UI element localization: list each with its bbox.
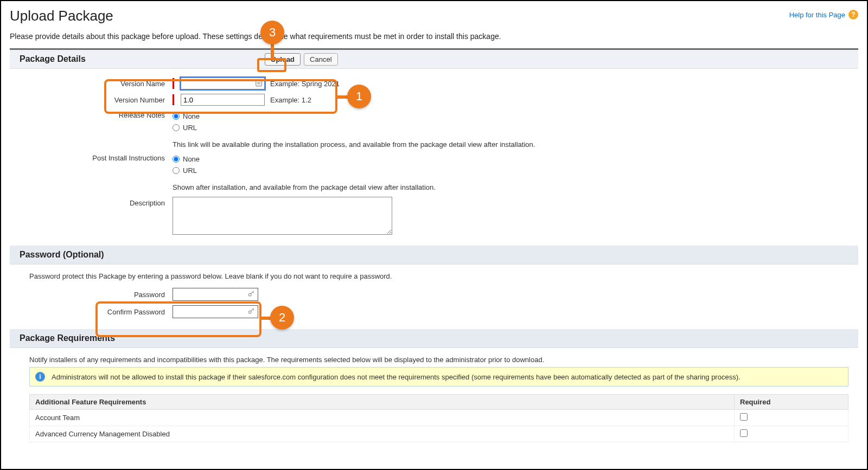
cancel-button[interactable]: Cancel <box>304 53 337 66</box>
requirements-info-banner: i Administrators will not be allowed to … <box>29 367 848 387</box>
post-install-label: Post Install Instructions <box>10 154 173 162</box>
post-install-none-label: None <box>183 155 200 163</box>
annotation-badge-2: 2 <box>270 306 294 330</box>
post-install-note: Shown after installation, and available … <box>10 178 858 194</box>
release-notes-label: Release Notes <box>10 111 173 119</box>
help-icon[interactable]: ? <box>848 10 858 20</box>
requirements-feature-cell: Account Team <box>30 410 735 426</box>
version-name-label: Version Name <box>10 80 173 88</box>
requirements-table: Additional Feature Requirements Required… <box>29 394 848 442</box>
section-password-title: Password (Optional) <box>20 250 104 259</box>
upload-button[interactable]: Upload <box>265 53 301 66</box>
release-notes-note: This link will be available during the i… <box>10 135 858 151</box>
info-icon: i <box>35 372 45 382</box>
key-icon <box>247 307 256 316</box>
confirm-password-input[interactable] <box>173 305 258 318</box>
key-icon <box>247 290 256 299</box>
required-indicator-icon <box>173 94 174 105</box>
table-row: Account Team <box>30 410 848 426</box>
password-label: Password <box>10 291 173 299</box>
section-package-details-header: Package Details Upload Cancel <box>10 50 858 69</box>
table-row: Advanced Currency Management Disabled <box>30 426 848 442</box>
post-install-url-radio[interactable] <box>173 167 180 174</box>
post-install-none-radio[interactable] <box>173 156 180 163</box>
requirements-note: Notify installers of any requirements an… <box>10 348 858 367</box>
annotation-connector-1 <box>337 95 348 99</box>
annotation-badge-1: 1 <box>347 85 371 108</box>
section-requirements-header: Package Requirements <box>10 329 858 348</box>
description-label: Description <box>10 197 173 207</box>
required-indicator-icon <box>173 78 174 89</box>
section-password-header: Password (Optional) <box>10 246 858 265</box>
page-title: Upload Package <box>10 8 858 24</box>
svg-point-3 <box>248 293 251 296</box>
annotation-connector-3 <box>271 43 274 59</box>
version-name-input[interactable] <box>181 78 265 89</box>
intro-text: Please provide details about this packag… <box>10 32 858 41</box>
password-note: Password protect this Package by enterin… <box>10 265 858 286</box>
help-for-page-link[interactable]: Help for this Page <box>789 11 845 19</box>
confirm-password-label: Confirm Password <box>10 308 173 316</box>
post-install-url-label: URL <box>183 166 197 175</box>
lookup-icon[interactable] <box>254 79 263 88</box>
release-notes-none-label: None <box>183 112 200 120</box>
requirements-required-checkbox[interactable] <box>740 413 748 421</box>
description-textarea[interactable] <box>173 197 392 235</box>
password-input[interactable] <box>173 288 258 301</box>
version-number-input[interactable] <box>181 94 265 106</box>
section-requirements-title: Package Requirements <box>20 333 115 343</box>
annotation-badge-3: 3 <box>260 21 284 44</box>
release-notes-url-radio[interactable] <box>173 124 180 131</box>
requirements-required-checkbox[interactable] <box>740 429 748 437</box>
version-number-label: Version Number <box>10 96 173 104</box>
release-notes-url-label: URL <box>183 124 197 132</box>
version-number-hint: Example: 1.2 <box>270 96 311 104</box>
svg-point-4 <box>248 311 251 313</box>
requirements-banner-text: Administrators will not be allowed to in… <box>52 373 741 381</box>
section-package-details-title: Package Details <box>20 54 86 63</box>
version-name-hint: Example: Spring 2021 <box>270 80 340 88</box>
requirements-col-required: Required <box>735 395 848 410</box>
requirements-feature-cell: Advanced Currency Management Disabled <box>30 426 735 442</box>
release-notes-none-radio[interactable] <box>173 113 180 120</box>
requirements-col-feature: Additional Feature Requirements <box>30 395 735 410</box>
